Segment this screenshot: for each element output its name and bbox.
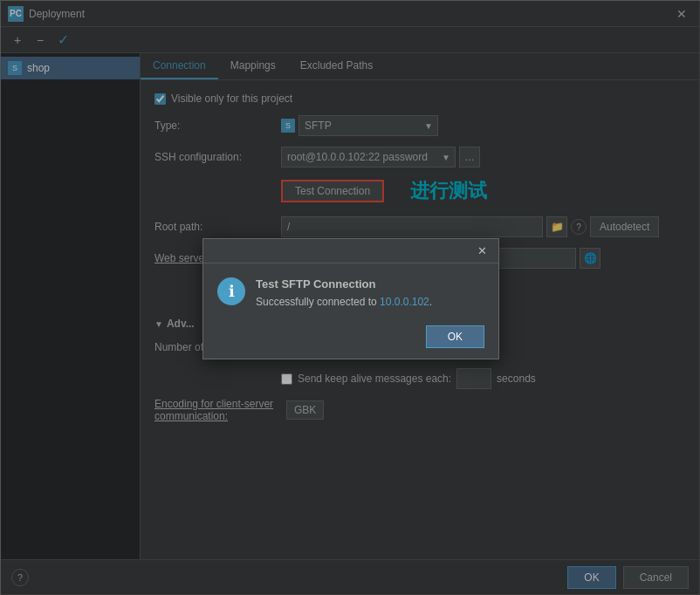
modal-text-suffix: . <box>429 296 432 308</box>
modal-heading: Test SFTP Connection <box>256 277 484 291</box>
modal-content: Test SFTP Connection Successfully connec… <box>256 277 484 308</box>
modal-titlebar: ✕ <box>203 239 498 263</box>
modal-ok-button[interactable]: OK <box>426 325 484 348</box>
modal-overlay: ✕ ℹ Test SFTP Connection Successfully co… <box>1 1 700 595</box>
modal-info-icon: ℹ <box>217 277 245 305</box>
test-sftp-modal: ✕ ℹ Test SFTP Connection Successfully co… <box>202 238 499 359</box>
modal-text: Successfully connected to 10.0.0.102. <box>256 296 484 308</box>
modal-footer: OK <box>203 318 498 359</box>
modal-text-prefix: Successfully connected to <box>256 296 380 308</box>
modal-close-button[interactable]: ✕ <box>473 243 491 259</box>
modal-ip-address: 10.0.0.102 <box>380 296 429 308</box>
modal-body: ℹ Test SFTP Connection Successfully conn… <box>203 263 498 318</box>
